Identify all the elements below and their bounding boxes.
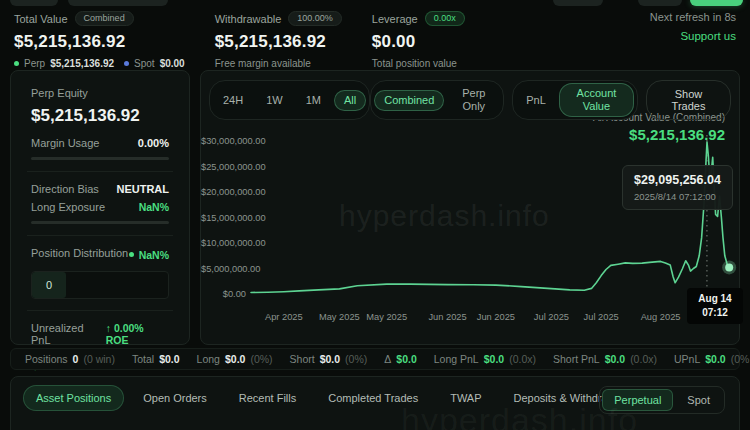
stat-positions: Positions0(0 win): [25, 353, 115, 365]
chart-subtitle-value: $5,215,136.92: [593, 126, 725, 143]
position-distribution-bar: 0: [31, 271, 169, 299]
withdrawable-subtext: Free margin available: [215, 58, 342, 69]
leverage-amount: $0.00: [372, 32, 465, 52]
tooltip-time: 2025/8/14 07:12:00: [634, 191, 721, 202]
chart-tooltip: $29,095,256.04 2025/8/14 07:12:00: [622, 165, 733, 210]
spot-value: $0.00: [160, 58, 185, 69]
positions-tabs-panel: Asset PositionsOpen OrdersRecent FillsCo…: [10, 376, 740, 430]
market-button-spot[interactable]: Spot: [675, 389, 722, 411]
perp-dot-icon: [14, 61, 19, 66]
perp-equity-label: Perp Equity: [31, 87, 169, 99]
stat-long-pnl: Long PnL$0.0(0.0x): [434, 353, 536, 365]
range-button-24h[interactable]: 24H: [213, 90, 253, 111]
stat-delta: Δ$0.0: [384, 353, 416, 365]
withdrawable-amount: $5,215,136.92: [215, 32, 342, 52]
margin-usage-label: Margin Usage: [31, 137, 99, 149]
support-us-link[interactable]: Support us: [650, 30, 736, 42]
metric-button-pnl[interactable]: PnL: [516, 90, 556, 111]
positions-summary-strip: Positions0(0 win)Total$0.0Long$0.0(0%)Sh…: [10, 348, 740, 370]
combined-badge: Combined: [75, 11, 134, 26]
nav-pill-fragment-primary[interactable]: [690, 0, 743, 6]
direction-bias-label: Direction Bias: [31, 183, 99, 195]
total-value-amount: $5,215,136.92: [14, 32, 185, 52]
divider: [27, 235, 173, 236]
leverage-label: Leverage: [372, 13, 418, 25]
long-exposure-label: Long Exposure: [31, 201, 105, 213]
distribution-dot-icon: [129, 252, 134, 257]
total-value-breakdown: Perp $5,215,136.92 Spot $0.00: [14, 58, 185, 69]
watermark: hyperdash.info: [401, 401, 638, 430]
account-value-chart-panel: 24H1W1MAll CombinedPerp Only PnLAccount …: [200, 70, 740, 345]
view-toggle-group: CombinedPerp Only: [370, 80, 504, 120]
distribution-cell: 0: [32, 272, 66, 298]
spot-dot-icon: [124, 61, 129, 66]
x-axis-tick: Jun 2025: [428, 312, 466, 322]
nav-pill-fragment[interactable]: [10, 0, 58, 6]
top-right-links: Next refresh in 8s Support us: [650, 11, 736, 42]
perp-equity-panel: Perp Equity $5,215,136.92 Margin Usage 0…: [10, 70, 190, 345]
chart-controls: 24H1W1MAll CombinedPerp Only PnLAccount …: [209, 80, 731, 120]
perp-equity-value: $5,215,136.92: [31, 106, 169, 126]
stat-short: Short$0.0(0%): [290, 353, 368, 365]
perp-label: Perp: [24, 58, 45, 69]
range-button-1w[interactable]: 1W: [256, 90, 293, 111]
total-value-block: Total Value Combined $5,215,136.92 Perp …: [14, 11, 185, 69]
margin-usage-bar: [31, 157, 169, 160]
crosshair-date-label: Aug 14 07:12: [687, 288, 743, 324]
nav-pill-fragment[interactable]: [553, 0, 603, 6]
perp-value: $5,215,136.92: [50, 58, 114, 69]
long-exposure-value: NaN%: [139, 201, 169, 213]
current-value-marker: [725, 263, 733, 271]
x-axis-tick: Aug 2025: [641, 312, 681, 322]
long-exposure-bar: [31, 221, 169, 224]
leverage-badge: 0.00x: [425, 11, 465, 26]
x-axis-tick: Jul 2025: [584, 312, 619, 322]
hyperdash-dashboard: Total Value Combined $5,215,136.92 Perp …: [0, 0, 750, 430]
nav-pill-fragment[interactable]: [638, 0, 682, 6]
top-stats-bar: Total Value Combined $5,215,136.92 Perp …: [14, 11, 736, 69]
leverage-block: Leverage 0.00x $0.00 Total position valu…: [372, 11, 465, 69]
tab-open-orders[interactable]: Open Orders: [130, 385, 220, 411]
tooltip-value: $29,095,256.04: [634, 173, 721, 187]
spot-label: Spot: [134, 58, 155, 69]
withdrawable-badge: 100.00%: [288, 11, 342, 26]
leverage-subtext: Total position value: [372, 58, 465, 69]
withdrawable-block: Withdrawable 100.00% $5,215,136.92 Free …: [215, 11, 342, 69]
position-distribution-label: Position Distribution: [31, 247, 128, 259]
x-axis-tick: May 2025: [366, 312, 407, 322]
nav-pill-fragment[interactable]: [68, 0, 168, 6]
x-axis-tick: Jul 2025: [534, 312, 569, 322]
tab-asset-positions[interactable]: Asset Positions: [23, 385, 124, 411]
withdrawable-label: Withdrawable: [215, 13, 282, 25]
stat-long: Long$0.0(0%): [197, 353, 273, 365]
tab-recent-fills[interactable]: Recent Fills: [226, 385, 309, 411]
stat-short-pnl: Short PnL$0.0(0.0x): [553, 353, 657, 365]
time-range-group: 24H1W1MAll: [209, 80, 370, 120]
direction-bias-value: NEUTRAL: [116, 183, 169, 195]
margin-usage-value: 0.00%: [138, 137, 169, 149]
divider: [27, 171, 173, 172]
refresh-countdown: Next refresh in 8s: [650, 11, 736, 23]
position-distribution-value: NaN%: [139, 249, 169, 261]
unrealized-roe-value: ↑ 0.00% ROE: [106, 322, 169, 346]
x-axis-tick: Jun 2025: [477, 312, 515, 322]
metric-toggle-group: PnLAccount Value: [512, 80, 638, 120]
metric-button-account-value[interactable]: Account Value: [559, 83, 634, 117]
view-button-combined[interactable]: Combined: [374, 90, 444, 111]
x-axis-tick: May 2025: [319, 312, 360, 322]
total-value-label: Total Value: [14, 13, 68, 25]
show-trades-button[interactable]: Show Trades: [646, 80, 731, 120]
range-button-all[interactable]: All: [334, 90, 366, 111]
x-axis-tick: Apr 2025: [265, 312, 303, 322]
divider: [27, 310, 173, 311]
unrealized-pnl-label: Unrealized PnL: [31, 322, 106, 346]
stat-total: Total$0.0: [132, 353, 180, 365]
stat-upnl: UPnL$0.0(0% win): [674, 353, 750, 365]
view-button-perp-only[interactable]: Perp Only: [447, 83, 500, 117]
range-button-1m[interactable]: 1M: [296, 90, 331, 111]
